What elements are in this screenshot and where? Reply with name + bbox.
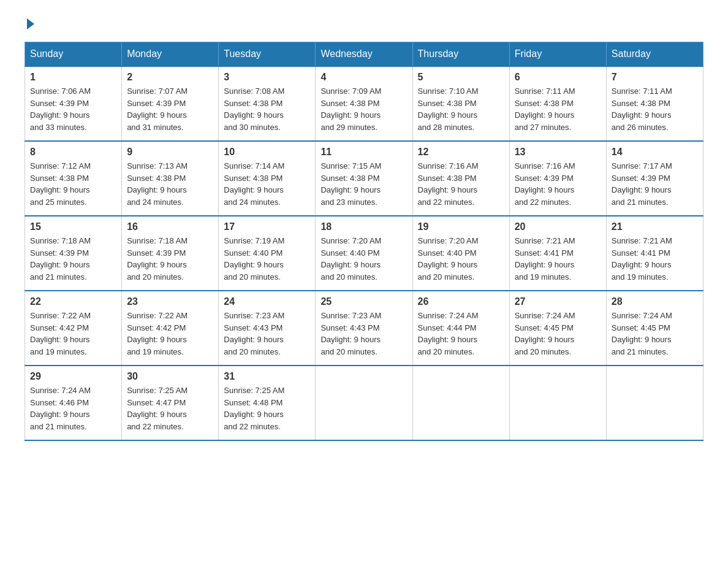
day-number: 5 [418,72,504,83]
day-number: 27 [515,296,601,307]
day-number: 29 [30,371,116,382]
day-info: Sunrise: 7:25 AM Sunset: 4:48 PM Dayligh… [224,385,310,432]
day-info: Sunrise: 7:20 AM Sunset: 4:40 PM Dayligh… [418,235,504,283]
calendar-cell: 1 Sunrise: 7:06 AM Sunset: 4:39 PM Dayli… [25,66,122,141]
calendar-table: SundayMondayTuesdayWednesdayThursdayFrid… [25,42,703,441]
calendar-cell [606,366,703,440]
calendar-cell: 9 Sunrise: 7:13 AM Sunset: 4:38 PM Dayli… [122,141,219,216]
day-info: Sunrise: 7:19 AM Sunset: 4:40 PM Dayligh… [224,235,310,283]
weekday-header-wednesday: Wednesday [316,42,412,67]
day-number: 26 [418,296,504,307]
calendar-cell: 11 Sunrise: 7:15 AM Sunset: 4:38 PM Dayl… [316,141,412,216]
day-number: 28 [612,296,698,307]
day-number: 31 [224,371,310,382]
calendar-cell: 31 Sunrise: 7:25 AM Sunset: 4:48 PM Dayl… [219,366,316,440]
day-number: 14 [612,147,698,158]
calendar-cell: 22 Sunrise: 7:22 AM Sunset: 4:42 PM Dayl… [25,291,122,366]
day-number: 22 [30,296,116,307]
day-info: Sunrise: 7:24 AM Sunset: 4:46 PM Dayligh… [30,385,116,432]
calendar-cell: 14 Sunrise: 7:17 AM Sunset: 4:39 PM Dayl… [606,141,703,216]
calendar-week-3: 15 Sunrise: 7:18 AM Sunset: 4:39 PM Dayl… [25,216,703,291]
calendar-cell: 3 Sunrise: 7:08 AM Sunset: 4:38 PM Dayli… [219,66,316,141]
calendar-cell: 4 Sunrise: 7:09 AM Sunset: 4:38 PM Dayli… [316,66,412,141]
calendar-cell: 6 Sunrise: 7:11 AM Sunset: 4:38 PM Dayli… [509,66,606,141]
day-number: 12 [418,147,504,158]
day-number: 15 [30,221,116,232]
weekday-header-tuesday: Tuesday [219,42,316,67]
day-info: Sunrise: 7:16 AM Sunset: 4:38 PM Dayligh… [418,160,504,208]
day-number: 6 [515,72,601,83]
day-number: 11 [320,147,407,158]
page-header [25,18,703,29]
day-number: 10 [224,147,310,158]
day-info: Sunrise: 7:08 AM Sunset: 4:38 PM Dayligh… [224,85,310,133]
day-number: 13 [515,147,601,158]
day-info: Sunrise: 7:15 AM Sunset: 4:38 PM Dayligh… [320,160,407,208]
day-info: Sunrise: 7:11 AM Sunset: 4:38 PM Dayligh… [515,85,601,133]
weekday-header-friday: Friday [509,42,606,67]
day-info: Sunrise: 7:12 AM Sunset: 4:38 PM Dayligh… [30,160,116,208]
calendar-cell: 20 Sunrise: 7:21 AM Sunset: 4:41 PM Dayl… [509,216,606,291]
calendar-week-4: 22 Sunrise: 7:22 AM Sunset: 4:42 PM Dayl… [25,291,703,366]
day-info: Sunrise: 7:09 AM Sunset: 4:38 PM Dayligh… [320,85,407,133]
day-number: 1 [30,72,116,83]
calendar-cell: 12 Sunrise: 7:16 AM Sunset: 4:38 PM Dayl… [412,141,509,216]
day-info: Sunrise: 7:11 AM Sunset: 4:38 PM Dayligh… [612,85,698,133]
day-number: 23 [127,296,213,307]
day-number: 4 [320,72,407,83]
day-number: 21 [612,221,698,232]
calendar-week-2: 8 Sunrise: 7:12 AM Sunset: 4:38 PM Dayli… [25,141,703,216]
calendar-cell: 18 Sunrise: 7:20 AM Sunset: 4:40 PM Dayl… [316,216,412,291]
calendar-cell: 10 Sunrise: 7:14 AM Sunset: 4:38 PM Dayl… [219,141,316,216]
calendar-cell: 29 Sunrise: 7:24 AM Sunset: 4:46 PM Dayl… [25,366,122,440]
day-number: 19 [418,221,504,232]
day-number: 7 [612,72,698,83]
calendar-cell: 8 Sunrise: 7:12 AM Sunset: 4:38 PM Dayli… [25,141,122,216]
weekday-header-row: SundayMondayTuesdayWednesdayThursdayFrid… [25,42,703,67]
calendar-cell [412,366,509,440]
calendar-cell: 17 Sunrise: 7:19 AM Sunset: 4:40 PM Dayl… [219,216,316,291]
calendar-cell [316,366,412,440]
day-number: 3 [224,72,310,83]
day-info: Sunrise: 7:22 AM Sunset: 4:42 PM Dayligh… [127,310,213,358]
day-info: Sunrise: 7:13 AM Sunset: 4:38 PM Dayligh… [127,160,213,208]
day-number: 9 [127,147,213,158]
calendar-cell [509,366,606,440]
day-info: Sunrise: 7:21 AM Sunset: 4:41 PM Dayligh… [612,235,698,283]
weekday-header-monday: Monday [122,42,219,67]
calendar-cell: 13 Sunrise: 7:16 AM Sunset: 4:39 PM Dayl… [509,141,606,216]
calendar-cell: 19 Sunrise: 7:20 AM Sunset: 4:40 PM Dayl… [412,216,509,291]
calendar-cell: 16 Sunrise: 7:18 AM Sunset: 4:39 PM Dayl… [122,216,219,291]
weekday-header-sunday: Sunday [25,42,122,67]
day-info: Sunrise: 7:17 AM Sunset: 4:39 PM Dayligh… [612,160,698,208]
calendar-cell: 30 Sunrise: 7:25 AM Sunset: 4:47 PM Dayl… [122,366,219,440]
calendar-week-1: 1 Sunrise: 7:06 AM Sunset: 4:39 PM Dayli… [25,66,703,141]
calendar-cell: 25 Sunrise: 7:23 AM Sunset: 4:43 PM Dayl… [316,291,412,366]
day-info: Sunrise: 7:18 AM Sunset: 4:39 PM Dayligh… [127,235,213,283]
day-number: 18 [320,221,407,232]
day-info: Sunrise: 7:24 AM Sunset: 4:45 PM Dayligh… [515,310,601,358]
day-info: Sunrise: 7:24 AM Sunset: 4:44 PM Dayligh… [418,310,504,358]
day-info: Sunrise: 7:25 AM Sunset: 4:47 PM Dayligh… [127,385,213,432]
weekday-header-thursday: Thursday [412,42,509,67]
calendar-cell: 21 Sunrise: 7:21 AM Sunset: 4:41 PM Dayl… [606,216,703,291]
day-number: 8 [30,147,116,158]
day-info: Sunrise: 7:21 AM Sunset: 4:41 PM Dayligh… [515,235,601,283]
calendar-cell: 5 Sunrise: 7:10 AM Sunset: 4:38 PM Dayli… [412,66,509,141]
day-info: Sunrise: 7:20 AM Sunset: 4:40 PM Dayligh… [320,235,407,283]
day-info: Sunrise: 7:10 AM Sunset: 4:38 PM Dayligh… [418,85,504,133]
calendar-cell: 27 Sunrise: 7:24 AM Sunset: 4:45 PM Dayl… [509,291,606,366]
calendar-cell: 2 Sunrise: 7:07 AM Sunset: 4:39 PM Dayli… [122,66,219,141]
logo [25,18,36,29]
day-number: 25 [320,296,407,307]
day-info: Sunrise: 7:16 AM Sunset: 4:39 PM Dayligh… [515,160,601,208]
calendar-cell: 26 Sunrise: 7:24 AM Sunset: 4:44 PM Dayl… [412,291,509,366]
day-number: 30 [127,371,213,382]
day-number: 17 [224,221,310,232]
day-info: Sunrise: 7:14 AM Sunset: 4:38 PM Dayligh… [224,160,310,208]
logo-arrow-icon [27,18,34,29]
calendar-cell: 28 Sunrise: 7:24 AM Sunset: 4:45 PM Dayl… [606,291,703,366]
calendar-cell: 23 Sunrise: 7:22 AM Sunset: 4:42 PM Dayl… [122,291,219,366]
day-info: Sunrise: 7:18 AM Sunset: 4:39 PM Dayligh… [30,235,116,283]
day-number: 24 [224,296,310,307]
